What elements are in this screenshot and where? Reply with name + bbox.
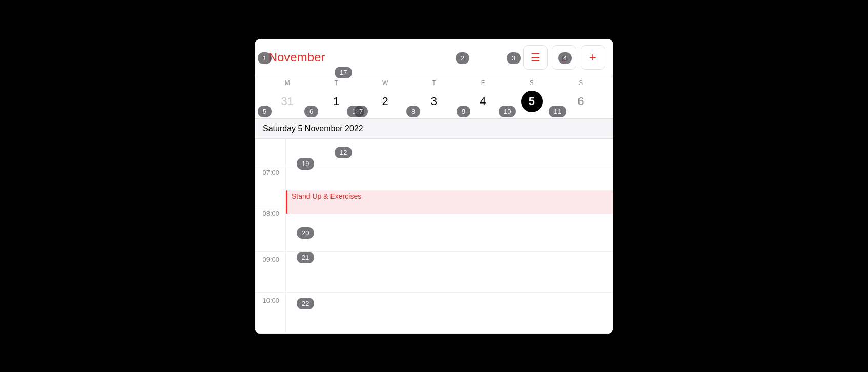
- time-row-pre7: [255, 139, 613, 164]
- week-strip: M T W T F S S 31 1 2 3 4 5: [255, 76, 613, 119]
- week-date-4[interactable]: 4: [459, 91, 507, 112]
- month-title: November: [268, 50, 325, 65]
- date-number-31: 31: [277, 91, 298, 112]
- search-icon: ⌕: [561, 51, 568, 64]
- time-row-9: 09:00: [255, 252, 613, 293]
- list-view-button[interactable]: ☰: [523, 45, 548, 70]
- time-label-10: 10:00: [255, 293, 285, 333]
- day-header-wed: W: [361, 79, 409, 89]
- date-number-4: 4: [472, 91, 493, 112]
- selected-date-bar: Saturday 5 November 2022: [255, 119, 613, 139]
- date-number-2: 2: [375, 91, 396, 112]
- week-date-1[interactable]: 1: [312, 91, 360, 112]
- time-label-7: 07:00: [255, 164, 285, 205]
- time-content-8[interactable]: Stand Up & Exercises: [285, 205, 613, 251]
- time-row-10: 10:00: [255, 293, 613, 334]
- header-actions: ☰ ⌕ +: [523, 45, 605, 70]
- time-label-9: 09:00: [255, 252, 285, 292]
- day-header-sun: S: [556, 79, 605, 89]
- time-grid: 07:00 08:00 Stand Up & Exercises 09:00 1…: [255, 139, 613, 334]
- selected-date-label: Saturday 5 November 2022: [263, 124, 363, 133]
- date-number-3: 3: [423, 91, 445, 112]
- time-label-pre7: [255, 139, 285, 164]
- back-button[interactable]: ‹ November: [263, 50, 523, 65]
- add-event-button[interactable]: +: [581, 45, 605, 70]
- time-content-9: [285, 252, 613, 292]
- add-icon: +: [589, 50, 596, 65]
- calendar-app: ‹ November ☰ ⌕ + M T W T F S S: [255, 39, 613, 334]
- day-header-fri: F: [459, 79, 507, 89]
- day-headers: M T W T F S S: [255, 76, 613, 89]
- time-content-10: [285, 293, 613, 333]
- day-header-thu: T: [409, 79, 458, 89]
- time-content-pre7: [285, 139, 613, 164]
- time-row-8: 08:00 Stand Up & Exercises: [255, 205, 613, 252]
- back-chevron-icon: ‹: [263, 51, 266, 63]
- date-number-6: 6: [570, 91, 591, 112]
- week-date-3[interactable]: 3: [409, 91, 458, 112]
- day-header-tue: T: [312, 79, 360, 89]
- event-title-standup: Stand Up & Exercises: [292, 192, 609, 200]
- search-button[interactable]: ⌕: [552, 45, 576, 70]
- week-dates: 31 1 2 3 4 5 6: [255, 89, 613, 118]
- calendar-header: ‹ November ☰ ⌕ +: [255, 39, 613, 76]
- list-icon: ☰: [531, 51, 540, 64]
- day-header-mon: M: [263, 79, 312, 89]
- time-label-8: 08:00: [255, 205, 285, 251]
- week-date-6[interactable]: 6: [556, 91, 605, 112]
- event-standup[interactable]: Stand Up & Exercises: [286, 190, 613, 214]
- week-date-31[interactable]: 31: [263, 91, 312, 112]
- day-header-sat: S: [507, 79, 556, 89]
- date-number-1: 1: [325, 91, 347, 112]
- week-date-2[interactable]: 2: [361, 91, 409, 112]
- date-number-5: 5: [521, 91, 543, 112]
- week-date-5[interactable]: 5: [507, 91, 556, 112]
